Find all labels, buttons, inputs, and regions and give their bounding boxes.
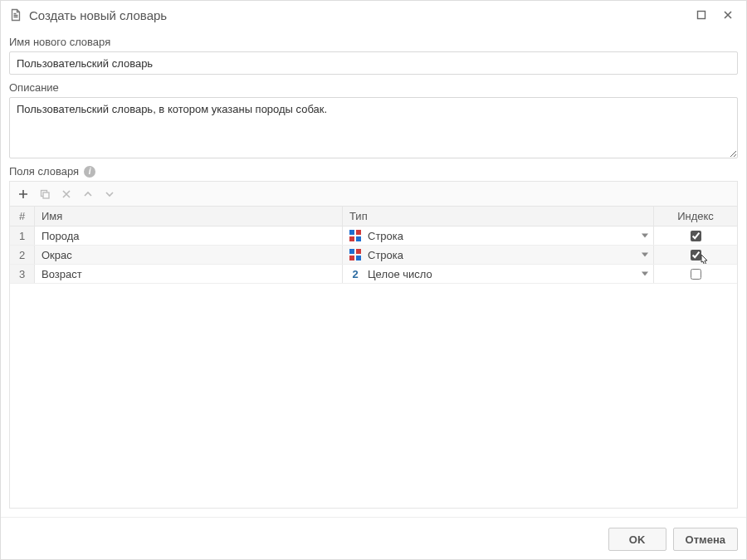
name-label: Имя нового словаря bbox=[9, 36, 738, 48]
dialog-window: Создать новый словарь Имя нового словаря… bbox=[0, 0, 747, 560]
add-row-button[interactable] bbox=[13, 185, 33, 203]
window-title: Создать новый словарь bbox=[29, 8, 167, 22]
fields-label-row: Поля словаря i bbox=[9, 165, 738, 178]
titlebar: Создать новый словарь bbox=[1, 1, 746, 29]
svg-rect-0 bbox=[698, 12, 706, 19]
fields-label: Поля словаря bbox=[9, 165, 79, 178]
fields-grid: # Имя Тип Индекс 1ПородаСтрока2ОкрасСтро… bbox=[9, 206, 738, 509]
integer-type-icon: 2 bbox=[349, 268, 361, 280]
row-type-label: Целое число bbox=[368, 268, 432, 280]
row-number: 1 bbox=[10, 226, 35, 245]
dialog-footer: OK Отмена bbox=[1, 517, 746, 559]
chevron-down-icon[interactable] bbox=[642, 234, 648, 238]
pointer-cursor-icon bbox=[697, 252, 710, 264]
grid-toolbar bbox=[9, 181, 738, 206]
info-icon[interactable]: i bbox=[84, 166, 95, 178]
row-type-cell[interactable]: Строка bbox=[343, 226, 654, 245]
dictionary-name-input[interactable] bbox=[9, 51, 738, 75]
grid-body: 1ПородаСтрока2ОкрасСтрока3Возраст2Целое … bbox=[10, 226, 737, 508]
delete-row-button[interactable] bbox=[56, 185, 76, 203]
copy-row-button[interactable] bbox=[35, 185, 55, 203]
index-checkbox[interactable] bbox=[691, 269, 701, 280]
header-name[interactable]: Имя bbox=[35, 207, 343, 226]
row-type-cell[interactable]: Строка bbox=[343, 246, 654, 264]
row-number: 2 bbox=[10, 246, 35, 264]
row-index-cell[interactable] bbox=[654, 226, 737, 245]
string-type-icon bbox=[349, 230, 361, 241]
row-index-cell[interactable] bbox=[654, 265, 737, 283]
move-down-button[interactable] bbox=[100, 185, 120, 203]
document-icon bbox=[9, 8, 22, 22]
move-up-button[interactable] bbox=[78, 185, 98, 203]
header-type[interactable]: Тип bbox=[343, 207, 654, 226]
chevron-down-icon[interactable] bbox=[642, 253, 648, 257]
maximize-button[interactable] bbox=[691, 5, 711, 25]
header-index[interactable]: Индекс bbox=[654, 207, 737, 226]
string-type-icon bbox=[349, 249, 361, 261]
index-checkbox[interactable] bbox=[691, 231, 701, 241]
description-label: Описание bbox=[9, 81, 738, 94]
row-type-label: Строка bbox=[368, 249, 403, 261]
table-row[interactable]: 2ОкрасСтрока bbox=[10, 246, 737, 265]
svg-rect-2 bbox=[43, 192, 49, 198]
row-name-cell[interactable]: Окрас bbox=[35, 246, 343, 264]
table-row[interactable]: 1ПородаСтрока bbox=[10, 226, 737, 246]
grid-header: # Имя Тип Индекс bbox=[10, 207, 737, 226]
ok-button[interactable]: OK bbox=[608, 528, 666, 551]
chevron-down-icon[interactable] bbox=[642, 272, 648, 276]
table-row[interactable]: 3Возраст2Целое число bbox=[10, 265, 737, 284]
row-name-cell[interactable]: Порода bbox=[35, 226, 343, 245]
row-number: 3 bbox=[10, 265, 35, 283]
row-type-cell[interactable]: 2Целое число bbox=[343, 265, 654, 283]
cancel-button[interactable]: Отмена bbox=[673, 528, 738, 551]
close-button[interactable] bbox=[718, 5, 738, 25]
row-index-cell[interactable] bbox=[654, 246, 737, 264]
description-textarea[interactable] bbox=[9, 97, 738, 158]
row-type-label: Строка bbox=[368, 230, 403, 242]
header-num[interactable]: # bbox=[10, 207, 35, 226]
row-name-cell[interactable]: Возраст bbox=[35, 265, 343, 283]
